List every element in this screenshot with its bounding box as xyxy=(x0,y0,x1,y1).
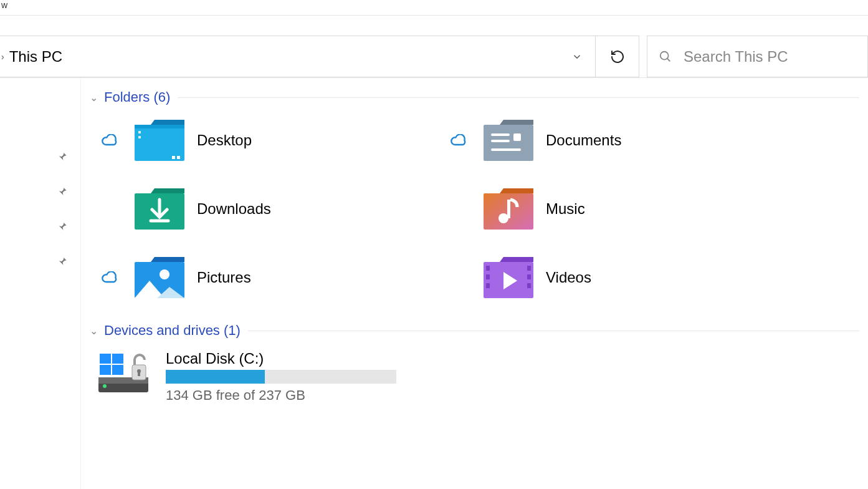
svg-rect-25 xyxy=(527,283,531,288)
drive-capacity-fill xyxy=(166,370,265,384)
svg-rect-11 xyxy=(513,133,521,141)
svg-rect-12 xyxy=(491,148,521,151)
search-icon xyxy=(659,50,672,64)
search-box[interactable]: Search This PC xyxy=(647,36,868,77)
breadcrumb-location: This PC xyxy=(9,48,62,65)
folder-label: Desktop xyxy=(197,132,252,149)
svg-rect-20 xyxy=(486,266,490,271)
folder-desktop[interactable]: Desktop xyxy=(96,117,445,164)
folder-label: Downloads xyxy=(197,200,271,218)
explorer-body: ⌄ Folders (6) Desktop xyxy=(0,78,868,489)
pictures-folder-icon xyxy=(132,254,187,301)
drive-info: Local Disk (C:) 134 GB free of 237 GB xyxy=(166,350,396,404)
search-placeholder: Search This PC xyxy=(684,48,788,65)
svg-rect-16 xyxy=(507,200,510,218)
downloads-folder-icon xyxy=(132,185,187,233)
documents-folder-icon xyxy=(481,117,536,164)
chevron-down-icon: ⌄ xyxy=(90,92,98,104)
breadcrumb[interactable]: › This PC xyxy=(0,36,558,77)
menu-fragment: w xyxy=(1,0,7,10)
pin-icon xyxy=(55,185,68,198)
svg-rect-4 xyxy=(138,131,141,133)
section-label: Devices and drives (1) xyxy=(104,322,241,339)
refresh-icon xyxy=(610,49,625,64)
chevron-down-icon: ⌄ xyxy=(90,325,98,337)
svg-point-15 xyxy=(498,213,508,223)
svg-rect-21 xyxy=(486,274,490,279)
svg-rect-9 xyxy=(491,133,510,136)
svg-point-0 xyxy=(661,51,669,59)
folder-videos[interactable]: Videos xyxy=(445,254,794,301)
folder-label: Documents xyxy=(546,132,621,149)
svg-rect-30 xyxy=(112,354,123,364)
pin-icon xyxy=(55,150,68,163)
drive-icon xyxy=(96,350,158,399)
menu-bar-strip: w xyxy=(0,0,868,16)
music-folder-icon xyxy=(481,185,536,233)
svg-rect-6 xyxy=(172,156,175,159)
drive-capacity-bar xyxy=(166,370,396,384)
section-header-folders[interactable]: ⌄ Folders (6) xyxy=(90,89,859,105)
cloud-sync-icon xyxy=(445,134,472,147)
videos-folder-icon xyxy=(481,254,536,301)
chevron-down-icon xyxy=(571,51,583,62)
cloud-sync-icon xyxy=(96,271,123,284)
drive-local-disk-c[interactable]: Local Disk (C:) 134 GB free of 237 GB xyxy=(90,350,859,404)
cloud-sync-icon xyxy=(96,134,123,147)
divider xyxy=(178,97,859,98)
svg-rect-29 xyxy=(100,354,111,364)
folder-downloads[interactable]: Downloads xyxy=(96,185,445,233)
folder-label: Pictures xyxy=(197,269,251,286)
folder-label: Videos xyxy=(546,269,591,286)
drive-free-text: 134 GB free of 237 GB xyxy=(166,387,396,404)
svg-rect-5 xyxy=(138,136,141,138)
svg-rect-32 xyxy=(112,365,123,375)
drive-name: Local Disk (C:) xyxy=(166,350,396,367)
svg-point-18 xyxy=(160,269,169,279)
svg-rect-3 xyxy=(135,125,184,128)
svg-rect-22 xyxy=(486,283,490,288)
svg-rect-2 xyxy=(135,125,184,161)
folder-pictures[interactable]: Pictures xyxy=(96,254,445,301)
chevron-right-icon: › xyxy=(1,52,4,62)
svg-rect-8 xyxy=(484,125,533,161)
pin-icon xyxy=(55,220,68,233)
svg-rect-24 xyxy=(527,274,531,279)
navigation-pane[interactable] xyxy=(0,78,81,489)
svg-line-1 xyxy=(667,58,670,61)
section-label: Folders (6) xyxy=(104,89,170,105)
folder-documents[interactable]: Documents xyxy=(445,117,794,164)
svg-rect-7 xyxy=(177,156,180,159)
svg-rect-23 xyxy=(527,266,531,271)
section-header-drives[interactable]: ⌄ Devices and drives (1) xyxy=(90,322,859,339)
svg-rect-35 xyxy=(138,371,140,376)
desktop-folder-icon xyxy=(132,117,187,164)
refresh-button[interactable] xyxy=(596,36,639,77)
divider xyxy=(248,331,859,331)
folder-music[interactable]: Music xyxy=(445,185,794,233)
svg-rect-10 xyxy=(491,140,510,142)
svg-rect-31 xyxy=(100,365,111,375)
content-pane: ⌄ Folders (6) Desktop xyxy=(81,78,868,489)
folders-grid: Desktop Documents Downloads xyxy=(90,117,859,301)
pin-icon xyxy=(55,255,68,268)
address-bar-row: › This PC Search This PC xyxy=(0,36,868,78)
folder-label: Music xyxy=(546,200,585,218)
svg-point-28 xyxy=(103,384,107,388)
breadcrumb-dropdown[interactable] xyxy=(558,36,596,77)
